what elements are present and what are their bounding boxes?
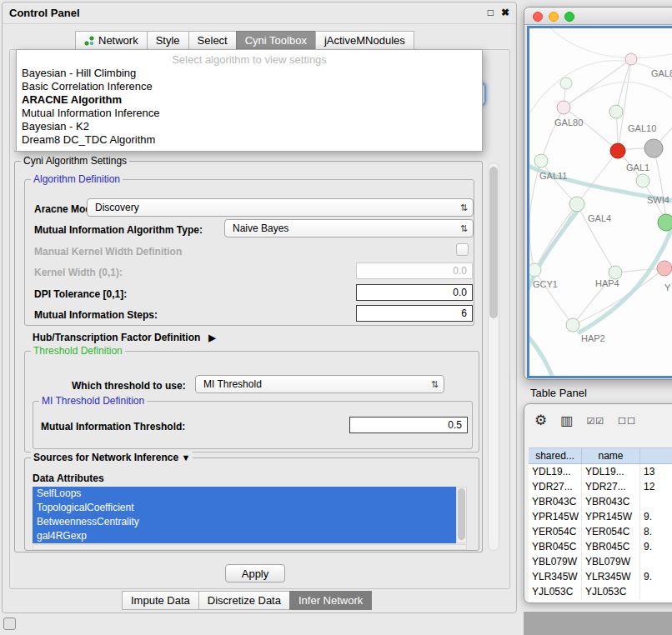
mi-steps-input[interactable] [356, 305, 473, 322]
dpi-tolerance-input[interactable] [356, 284, 473, 301]
control-panel-tabs: NetworkStyleSelectCyni ToolboxjActiveMNo… [76, 31, 414, 50]
table-row[interactable]: YDL19...YDL19...13 [529, 464, 672, 479]
network-node-label: HAP2 [581, 333, 605, 343]
mi-threshold-input[interactable] [349, 417, 468, 433]
close-icon[interactable]: ✖ [501, 6, 509, 19]
zoom-traffic-light[interactable] [564, 12, 574, 22]
table-cell: YBR045C [529, 539, 582, 554]
algorithm-option[interactable]: Bayesian - K2 [17, 120, 482, 133]
table-row[interactable]: YJL053CYJL053C [529, 584, 672, 599]
gear-icon[interactable]: ⚙ [534, 413, 547, 428]
tab-network[interactable]: Network [75, 31, 148, 50]
mi-algorithm-type-select[interactable]: Naive Bayes ⇅ [224, 219, 474, 238]
kernel-width-input[interactable] [356, 262, 473, 279]
attribute-item[interactable]: gal4RGexp [33, 529, 456, 543]
desktop: Control Panel □ ✖ NetworkStyleSelectCyni… [0, 0, 672, 635]
table-row[interactable]: YLR345WYLR345W9. [529, 569, 672, 584]
table-cell: 9. [640, 539, 672, 554]
network-node[interactable] [609, 266, 622, 279]
table-row[interactable]: YPR145WYPR145W9. [529, 509, 672, 524]
network-node[interactable] [610, 143, 625, 158]
tab-jactivemnodules[interactable]: jActiveMNodules [315, 31, 414, 50]
tab-label: Select [198, 34, 228, 47]
table-column-header[interactable] [640, 448, 672, 463]
algorithm-option[interactable]: ARACNE Algorithm [17, 93, 482, 107]
which-threshold-select[interactable]: MI Threshold ⇅ [195, 375, 444, 393]
network-node[interactable] [569, 197, 584, 212]
bottom-tab-discretize-data[interactable]: Discretize Data [198, 591, 290, 610]
table-row[interactable]: YER054CYER054C8. [529, 524, 672, 539]
network-node[interactable] [658, 214, 672, 231]
tab-select[interactable]: Select [188, 31, 237, 50]
deselect-all-rows-icon[interactable]: ☐☐ [618, 416, 636, 427]
table-cell: YLR345W [529, 569, 582, 584]
table-row[interactable]: YBL079WYBL079W [529, 554, 672, 569]
table-row[interactable]: YBR045CYBR045C9. [529, 539, 672, 554]
aracne-mode-select[interactable]: Discovery ⇅ [87, 198, 474, 217]
network-window-titlebar[interactable] [524, 8, 672, 25]
select-all-rows-icon[interactable]: ☑☑ [586, 416, 604, 427]
network-node[interactable] [534, 154, 548, 168]
table-cell: YDR27... [529, 479, 582, 494]
table-cell: 8. [640, 524, 672, 539]
algorithm-option[interactable]: Bayesian - Hill Climbing [17, 67, 482, 80]
table-row[interactable]: YDR27...YDR27...12 [529, 479, 672, 494]
columns-icon[interactable]: ▥ [560, 414, 573, 428]
network-node[interactable] [560, 78, 572, 89]
tab-style[interactable]: Style [147, 31, 189, 50]
network-node-label: Y [664, 282, 671, 292]
table-body: YDL19...YDL19...13YDR27...YDR27...12YBR0… [529, 464, 672, 599]
minimize-traffic-light[interactable] [549, 12, 559, 22]
hub-section-label: Hub/Transcription Factor Definition [33, 332, 200, 343]
attributes-hscrollbar[interactable] [33, 544, 467, 550]
data-attributes-label: Data Attributes [33, 472, 104, 484]
collapsed-panel-icon[interactable] [3, 618, 16, 630]
algorithm-dropdown: Select algorithm to view settings Bayesi… [16, 49, 483, 152]
bottom-tab-infer-network[interactable]: Infer Network [289, 591, 372, 610]
network-node[interactable] [609, 105, 623, 118]
attribute-item[interactable]: SelfLoops [33, 487, 456, 501]
data-attributes-list: SelfLoopsTopologicalCoefficientBetweenne… [33, 487, 456, 543]
table-cell: 9. [640, 569, 672, 584]
network-node[interactable] [636, 174, 649, 188]
attributes-scrollbar-thumb[interactable] [458, 488, 465, 540]
network-node[interactable] [625, 53, 637, 65]
manual-kernel-width-checkbox[interactable] [456, 243, 469, 256]
tab-label: Impute Data [131, 594, 190, 607]
collapse-right-icon: ▶ [208, 332, 215, 343]
table-panel-title: Table Panel [530, 387, 587, 399]
network-canvas[interactable]: GAL8GAL80GAL10GAL11GAL1SWI4GAL4GCY1HAP4Y… [527, 26, 672, 378]
apply-button[interactable]: Apply [225, 564, 285, 582]
attributes-scrollbar[interactable] [456, 487, 467, 543]
bottom-tab-impute-data[interactable]: Impute Data [122, 591, 199, 610]
hub-section-toggle[interactable]: Hub/Transcription Factor Definition ▶ [33, 332, 216, 343]
network-node-label: HAP4 [595, 278, 619, 288]
table-row[interactable]: YBR043CYBR043C [529, 494, 672, 509]
network-node[interactable] [644, 139, 663, 158]
table-column-header[interactable]: shared... [529, 448, 582, 463]
algorithm-option[interactable]: Dream8 DC_TDC Algorithm [17, 133, 482, 147]
table-column-header[interactable]: name [582, 448, 640, 463]
network-node[interactable] [557, 101, 570, 114]
settings-scrollbar[interactable] [488, 162, 499, 551]
tab-cyni-toolbox[interactable]: Cyni Toolbox [236, 31, 316, 50]
attribute-item[interactable]: TopologicalCoefficient [33, 501, 456, 515]
table-cell: YLR345W [582, 569, 640, 584]
algorithm-option[interactable]: Mutual Information Inference [17, 107, 482, 120]
restore-icon[interactable]: □ [488, 6, 494, 19]
network-graph: GAL8GAL80GAL10GAL11GAL1SWI4GAL4GCY1HAP4Y… [529, 28, 672, 378]
table-cell: YPR145W [529, 509, 582, 524]
algorithm-option[interactable]: Basic Correlation Inference [17, 80, 482, 93]
settings-scrollbar-thumb[interactable] [489, 167, 498, 318]
sources-title-row[interactable]: Sources for Network Inference ▼ [31, 452, 193, 463]
network-node-label: GAL80 [554, 118, 583, 128]
network-node[interactable] [657, 261, 672, 276]
network-node[interactable] [529, 263, 541, 277]
aracne-mode-value: Discovery [95, 202, 460, 213]
network-node[interactable] [566, 318, 579, 332]
attribute-item[interactable]: BetweennessCentrality [33, 515, 456, 529]
table-panel-window: ⚙ ▥ ☑☑ ☐☐ shared...name YDL19...YDL19...… [524, 403, 672, 603]
mi-steps-label: Mutual Information Steps: [34, 309, 158, 321]
table-cell [640, 584, 672, 599]
close-traffic-light[interactable] [533, 12, 543, 22]
